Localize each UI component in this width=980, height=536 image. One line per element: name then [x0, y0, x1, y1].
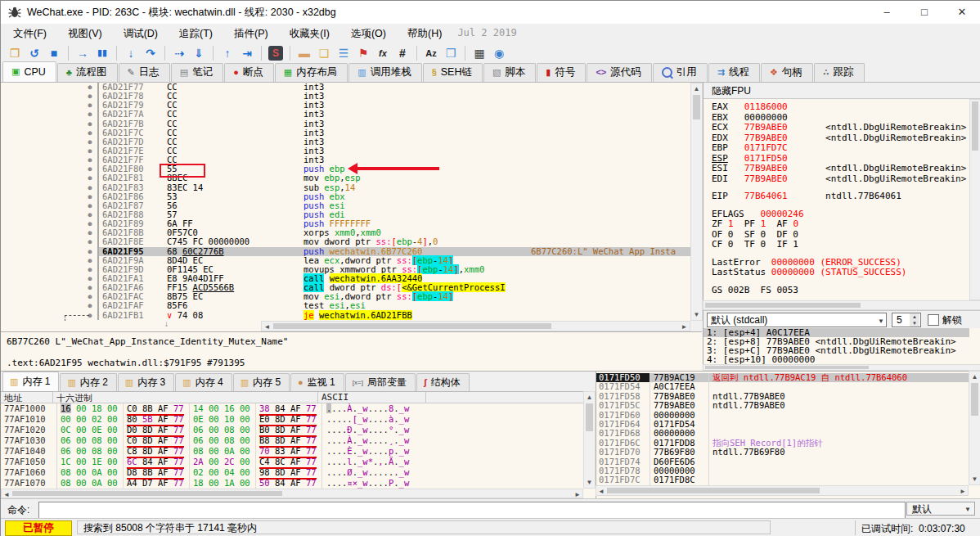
run-icon[interactable]: →	[74, 44, 92, 62]
tab-CPU[interactable]: ▣CPU	[2, 61, 56, 82]
run-to-user-code-icon[interactable]: ↑	[218, 44, 236, 62]
menu-item-6[interactable]: 选项(O)	[340, 26, 397, 41]
dump-tab-监视 1[interactable]: ●监视 1	[290, 373, 344, 391]
spinner-arrows-icon[interactable]: ▲▼	[910, 313, 919, 327]
stack-row[interactable]: 0171FD6800000000	[596, 429, 969, 438]
scylla-icon[interactable]: S	[267, 44, 285, 62]
menu-item-2[interactable]: 调试(D)	[113, 26, 169, 41]
dump-row[interactable]: 77AF101000 00 02 0080 5B AF 770E 00 10 0…	[1, 414, 583, 425]
dump-tab-内存 1[interactable]: ▥内存 1	[2, 372, 59, 391]
scroll-up-arrow[interactable]: ▲	[691, 83, 702, 94]
tab-线程[interactable]: ⇉线程	[708, 63, 760, 82]
stop-icon[interactable]: ■	[45, 44, 63, 62]
bookmarks-icon[interactable]: ⚑	[354, 44, 372, 62]
breakpoint-dot-icon[interactable]: ●	[83, 92, 99, 101]
scroll-down-arrow[interactable]: ▼	[691, 309, 702, 320]
call-arguments-list[interactable]: 1: [esp+4] A0C17EEA2: [esp+8] 77B9ABE0 <…	[704, 328, 969, 364]
register-line[interactable]: EIP 77B64061 ntdll.77B64061	[712, 191, 969, 202]
dump-row[interactable]: 77AF104006 00 08 00C8 8D AF 7708 00 0A 0…	[1, 446, 583, 457]
breakpoint-dot-icon[interactable]: ●	[83, 192, 99, 201]
breakpoint-dot-icon[interactable]: ●	[83, 301, 99, 310]
menu-item-7[interactable]: 帮助(H)	[397, 26, 452, 41]
tab-内存布局[interactable]: ▦内存布局	[275, 63, 348, 82]
argument-row[interactable]: 4: [esp+10] 00000000	[704, 355, 969, 364]
help-device-icon[interactable]: ❒	[442, 44, 460, 62]
labels-icon[interactable]: ☰	[335, 44, 353, 62]
restart-icon[interactable]: ↺	[25, 44, 43, 62]
disasm-row[interactable]: ●6AD21FB1∨ 74 08je wechatwin.6AD21FBB	[1, 311, 690, 320]
maximize-button[interactable]: □	[906, 1, 943, 24]
comments-icon[interactable]: ❏	[315, 44, 333, 62]
breakpoint-dot-icon[interactable]: ●	[83, 237, 99, 246]
functions-icon[interactable]: fx	[374, 44, 392, 62]
execute-till-return-icon[interactable]: ⇢	[170, 44, 188, 62]
menu-item-0[interactable]: 文件(F)	[2, 26, 57, 41]
stack-hscrollbar[interactable]: ◄ ►	[596, 485, 969, 496]
dump-row[interactable]: 77AF10501C 00 1E 006C 84 AF 772A 00 2C 0…	[1, 457, 583, 467]
calling-convention-select[interactable]: 默认 (stdcall)▼	[707, 313, 887, 327]
breakpoint-dot-icon[interactable]: ●	[83, 137, 99, 146]
stack-row[interactable]: 0171FD5077B9AC19返回到 ntdll.77B9AC19 自 ntd…	[596, 373, 969, 382]
dump-vscrollbar[interactable]: ▲ ▼	[583, 391, 596, 489]
dump-row[interactable]: 77AF107008 00 0A 00A4 D7 AF 7718 00 1A 0…	[1, 478, 583, 489]
stack-row[interactable]: 0171FD5C77B9ABE0ntdll.77B9ABE0	[596, 401, 969, 410]
breakpoint-dot-icon[interactable]: ●	[83, 128, 99, 137]
patches-icon[interactable]: ▬	[295, 44, 313, 62]
stack-vscrollbar[interactable]: ▲ ▼	[969, 371, 980, 485]
dump-tab-内存 5[interactable]: ▥内存 5	[233, 373, 290, 391]
stack-row[interactable]: 0171FD7C0171FD8C	[596, 475, 969, 484]
dump-row[interactable]: 77AF10200C 00 0E 00D0 8D AF 7706 00 08 0…	[1, 425, 583, 435]
menu-item-3[interactable]: 追踪(T)	[169, 26, 223, 41]
dump-hscrollbar[interactable]: ◄ ►	[1, 489, 583, 498]
dump-row[interactable]: 77AF106008 00 0A 00D8 8B AF 7702 00 04 0…	[1, 467, 583, 478]
scroll-up-arrow[interactable]: ▲	[969, 372, 980, 382]
tab-调用堆栈[interactable]: ▥调用堆栈	[348, 63, 421, 82]
tab-源代码[interactable]: <>源代码	[587, 63, 651, 82]
hash-icon[interactable]: #	[393, 44, 411, 62]
menu-item-4[interactable]: 插件(P)	[223, 26, 279, 41]
close-button[interactable]: ✕	[943, 1, 980, 24]
tab-SEH链[interactable]: §SEH链	[423, 63, 483, 82]
breakpoint-dot-icon[interactable]: ●	[83, 256, 99, 265]
breakpoint-dot-icon[interactable]: ●	[83, 201, 99, 210]
breakpoint-dot-icon[interactable]: ●	[83, 146, 99, 155]
minimize-button[interactable]: –	[868, 1, 906, 24]
hide-fpu-button[interactable]: 隐藏FPU	[704, 83, 980, 99]
stack-row[interactable]: 0171FD74D60FE6D6	[596, 457, 969, 466]
tab-跟踪[interactable]: ∴跟踪	[814, 63, 865, 82]
stack-row[interactable]: 0171FD7800000000	[596, 466, 969, 475]
disassembly-vscrollbar[interactable]: ▲ ▼	[690, 83, 703, 321]
disassembly-hscrollbar[interactable]: ◄ ►	[261, 321, 690, 331]
dump-tab-结构体[interactable]: ʃ结构体	[416, 373, 470, 391]
breakpoint-dot-icon[interactable]: ●	[83, 164, 99, 173]
dump-tab-内存 2[interactable]: ▥内存 2	[60, 373, 116, 391]
breakpoint-dot-icon[interactable]: ●	[83, 83, 99, 92]
breakpoint-dot-icon[interactable]: ●	[83, 155, 99, 164]
dump-tab-内存 3[interactable]: ▥内存 3	[118, 373, 174, 391]
tab-流程图[interactable]: ♣流程图	[57, 63, 118, 82]
breakpoint-dot-icon[interactable]: ●	[83, 183, 99, 192]
stack-row[interactable]: 0171FD6C0171FDD8指向SEH_Record[1]的指针	[596, 439, 969, 448]
register-line[interactable]: GS 002B FS 0053	[712, 286, 969, 296]
breakpoint-dot-icon[interactable]: ●	[83, 101, 99, 110]
tab-笔记[interactable]: ▤笔记	[171, 63, 223, 82]
disasm-row[interactable]: ●6AD21FAF85F6test esi,esi	[1, 301, 690, 310]
stack-row[interactable]: 0171FD54A0C17EEA	[596, 382, 969, 391]
breakpoint-dot-icon[interactable]: ●	[83, 210, 99, 219]
command-input[interactable]	[38, 502, 906, 519]
attach-icon[interactable]: ⇥	[238, 44, 256, 62]
registers-vscrollbar[interactable]	[969, 99, 980, 300]
unlock-checkbox[interactable]	[928, 314, 939, 326]
register-line[interactable]: LastStatus 00000000 (STATUS_SUCCESS)	[712, 268, 969, 278]
stack-row[interactable]: 0171FD7077B69F80ntdll.77B69F80	[596, 448, 969, 457]
scroll-up-arrow[interactable]: ▲	[584, 392, 595, 403]
register-line[interactable]: CF 0 TF 0 IF 1	[712, 240, 969, 250]
stack-rows[interactable]: 0171FD5077B9AC19返回到 ntdll.77B9AC19 自 ntd…	[596, 373, 969, 486]
registers-hscrollbar[interactable]	[703, 300, 980, 310]
disasm-row[interactable]: ●6AD21F7ACCint3	[1, 110, 690, 119]
dump-row[interactable]: 77AF103006 00 08 00C0 8D AF 7706 00 08 0…	[1, 435, 583, 446]
breakpoint-dot-icon[interactable]: ●	[83, 292, 99, 301]
internet-icon[interactable]: ◉	[490, 44, 508, 62]
breakpoint-dot-icon[interactable]: ●	[83, 119, 99, 128]
scroll-right-arrow[interactable]: ►	[958, 486, 968, 497]
